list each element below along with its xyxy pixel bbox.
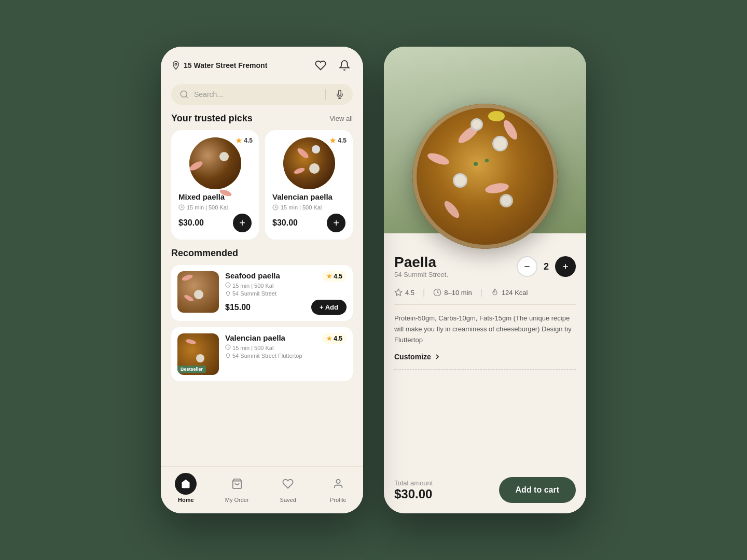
pick-card-1[interactable]: ★ 4.5 Mixed paella 15 min | 500 Kal $30.…: [171, 130, 259, 240]
pick-price-row-1: $30.00 +: [178, 214, 252, 232]
phone-header: 15 Water Street Fremont: [161, 47, 363, 79]
nav-home[interactable]: Home: [175, 473, 197, 503]
paella-dish-image: [412, 104, 558, 249]
detail-description: Protein-50gm, Carbs-10gm, Fats-15gm (The…: [394, 313, 576, 345]
bottom-nav: Home My Order Saved: [161, 466, 363, 513]
rec-card-1[interactable]: Seafood paella 15 min | 500 Kal 54 Summi…: [171, 265, 353, 321]
total-amount-block: Total amount $30.00: [394, 479, 433, 501]
pick-price-1: $30.00: [178, 218, 204, 228]
plus-icon: [561, 262, 570, 271]
stat-time: 8–10 min: [433, 288, 472, 297]
pick-meta-1: 15 min | 500 Kal: [178, 204, 228, 211]
detail-hero: [384, 47, 586, 233]
rec-meta-2: 15 min | 500 Kal: [225, 344, 347, 351]
flame-icon: [491, 288, 499, 297]
rec-meta-1: 15 min | 500 Kal: [225, 282, 347, 289]
rec-location-2: 54 Summit Street Fluttertop: [225, 353, 347, 359]
minus-icon: [523, 262, 531, 271]
clock-icon-1: [178, 204, 185, 211]
view-all-button[interactable]: View all: [329, 115, 353, 122]
rec-add-button-1[interactable]: + Add: [311, 300, 347, 315]
customize-row[interactable]: Customize: [394, 353, 576, 370]
stat-rating: 4.5: [394, 288, 414, 297]
nav-label-home: Home: [178, 497, 194, 503]
dish-name-block: Paella 54 Summit Street.: [394, 254, 448, 286]
total-price: $30.00: [394, 487, 433, 501]
customize-label: Customize: [394, 353, 431, 361]
add-to-cart-button[interactable]: Add to cart: [499, 477, 576, 503]
pick-time-1: 15 min | 500 Kal: [187, 204, 228, 211]
star-badge-2: ★ 4.5: [329, 136, 347, 145]
total-row: Total amount $30.00 Add to cart: [384, 471, 586, 513]
nav-profile[interactable]: Profile: [327, 473, 349, 503]
rec-star-badge-1: ★ 4.5: [322, 271, 347, 282]
microphone-icon[interactable]: [335, 90, 344, 99]
rec-star-icon-1: ★: [326, 273, 332, 280]
svg-line-2: [186, 96, 187, 97]
search-bar[interactable]: Search...: [171, 84, 353, 105]
pin-icon-2: [225, 353, 231, 359]
rating-2: 4.5: [338, 137, 347, 144]
pick-name-2: Valencian paella: [272, 192, 333, 201]
trusted-picks-title: Your trusted picks: [171, 113, 253, 124]
pick-price-row-2: $30.00 +: [272, 214, 345, 232]
header-icons: [312, 57, 353, 74]
rec-name-1: Seafood paella: [225, 271, 280, 280]
nav-label-saved: Saved: [280, 497, 296, 503]
quantity-decrease-button[interactable]: [517, 256, 537, 277]
nav-my-order[interactable]: My Order: [225, 473, 249, 503]
pick-card-2[interactable]: ★ 4.5 Valencian paella 15 min | 500 Kal …: [265, 130, 353, 240]
pick-time-2: 15 min | 500 Kal: [281, 204, 322, 211]
saved-icon-wrap: [277, 473, 299, 495]
star-icon-1: ★: [236, 136, 242, 145]
quantity-increase-button[interactable]: [555, 256, 576, 277]
trusted-picks-list: ★ 4.5 Mixed paella 15 min | 500 Kal $30.…: [161, 130, 363, 248]
add-button-2[interactable]: +: [327, 214, 345, 232]
saved-icon: [282, 478, 294, 489]
rec-name-2: Valencian paella: [225, 333, 285, 342]
total-label: Total amount: [394, 479, 433, 487]
rec-card-2[interactable]: Bestseller Valencian paella 15 min | 500…: [171, 327, 353, 381]
detail-stats: 4.5 | 8–10 min | 124 Kcal: [394, 288, 576, 305]
food-image-1: [189, 137, 241, 189]
location-text: 15 Water Street Fremont: [184, 61, 267, 69]
bell-icon: [339, 60, 350, 71]
clock-icon-rec1: [225, 282, 231, 288]
stat-div-2: |: [480, 288, 482, 297]
rec-price-1: $15.00: [225, 303, 251, 312]
location-icon: [171, 61, 181, 70]
profile-icon-wrap: [327, 473, 349, 495]
home-icon-wrap: [175, 473, 197, 495]
detail-content: Paella 54 Summit Street. 2 4.5 |: [384, 244, 586, 471]
pin-icon-1: [225, 291, 231, 297]
nav-label-profile: Profile: [330, 497, 346, 503]
favorites-icon-btn[interactable]: [312, 57, 329, 74]
rec-rating-2: 4.5: [334, 335, 342, 342]
star-outline-icon: [394, 288, 403, 297]
pick-price-2: $30.00: [272, 218, 298, 228]
pick-meta-2: 15 min | 500 Kal: [272, 204, 322, 211]
kcal-value: 124 Kcal: [502, 289, 528, 297]
add-button-1[interactable]: +: [233, 214, 252, 232]
rec-location-1: 54 Summit Street: [225, 290, 347, 297]
search-icon: [179, 90, 189, 99]
notification-icon-btn[interactable]: [336, 57, 353, 74]
my-order-icon-wrap: [226, 473, 248, 495]
rec-star-badge-2: ★ 4.5: [322, 333, 347, 344]
clock-detail-icon: [433, 288, 441, 297]
detail-title-row: Paella 54 Summit Street. 2: [394, 254, 576, 286]
food-image-2: [283, 137, 335, 189]
time-value: 8–10 min: [444, 289, 472, 297]
rec-addr-1: 54 Summit Street: [232, 290, 276, 297]
rec-time-2: 15 min | 500 Kal: [232, 345, 273, 351]
nav-label-my-order: My Order: [225, 497, 249, 503]
search-input[interactable]: Search...: [194, 90, 320, 99]
nav-saved[interactable]: Saved: [277, 473, 299, 503]
rec-rating-1: 4.5: [334, 273, 342, 280]
recommended-title: Recommended: [171, 248, 238, 259]
bag-icon: [231, 478, 243, 489]
home-icon: [181, 479, 191, 489]
dish-name: Paella: [394, 254, 448, 271]
rec-star-icon-2: ★: [326, 335, 332, 342]
rec-image-2: Bestseller: [177, 333, 219, 375]
